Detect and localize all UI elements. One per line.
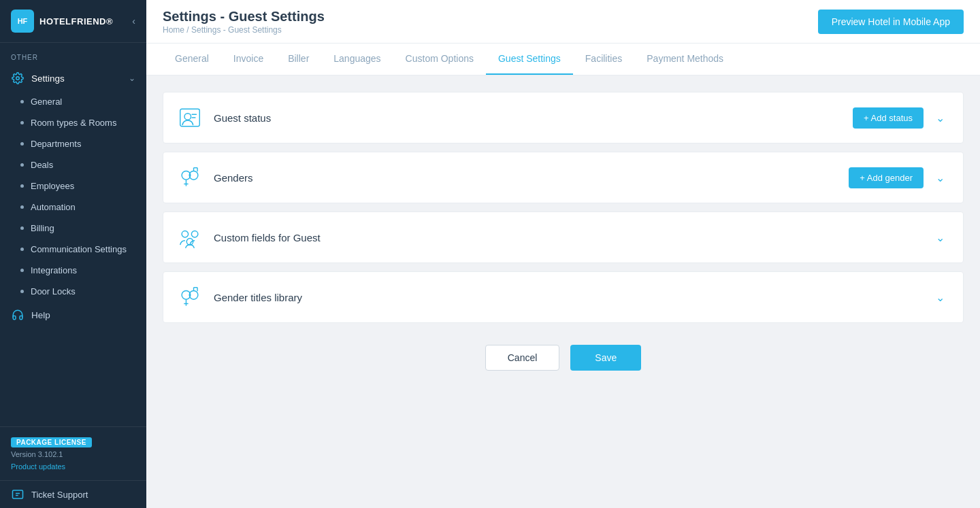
svg-point-0 [16,77,20,80]
logo-text: HOTELFRIEND® [39,16,113,27]
sidebar-billing-label: Billing [31,223,54,233]
gender-titles-header: Gender titles library ⌄ [163,272,963,322]
tab-general[interactable]: General [163,44,221,75]
chevron-down-icon: ⌄ [129,73,135,83]
sidebar-general-label: General [31,97,62,107]
genders-title: Genders [214,172,849,184]
custom-fields-title: Custom fields for Guest [214,232,930,243]
gear-icon [11,71,24,85]
ticket-support-item[interactable]: Ticket Support [0,480,146,508]
save-button[interactable]: Save [570,345,641,371]
sidebar-settings-label: Settings [31,73,129,84]
footer-actions: Cancel Save [163,331,964,384]
custom-fields-actions: ⌄ [930,228,949,247]
version-text: Version 3.102.1 [11,450,135,458]
sidebar-integrations-label: Integrations [31,265,77,275]
gender-icon [177,165,203,190]
guest-status-header: Guest status + Add status ⌄ [163,92,963,143]
sidebar-item-help[interactable]: Help [0,302,146,328]
tabs-bar: General Invoice Biller Languages Custom … [146,44,980,75]
sidebar-item-integrations[interactable]: Integrations [0,260,146,281]
tab-biller[interactable]: Biller [276,44,321,75]
cancel-button[interactable]: Cancel [485,345,560,371]
preview-hotel-button[interactable]: Preview Hotel in Mobile App [818,10,964,34]
sidebar: HF HOTELFRIEND® ‹ OTHER Settings ⌄ Gener… [0,0,146,508]
genders-header: Genders + Add gender ⌄ [163,152,963,203]
sidebar-collapse-icon[interactable]: ‹ [132,16,135,27]
tab-languages[interactable]: Languages [321,44,393,75]
sidebar-item-settings[interactable]: Settings ⌄ [0,65,146,91]
svg-point-3 [184,114,191,120]
sidebar-bottom: PACKAGE LICENSE Version 3.102.1 Product … [0,426,146,480]
add-gender-button[interactable]: + Add gender [849,167,924,188]
ticket-support-label: Ticket Support [31,490,88,500]
genders-chevron[interactable]: ⌄ [930,168,949,187]
gender-titles-title: Gender titles library [214,292,930,303]
logo-icon: HF [11,10,34,33]
sidebar-door-locks-label: Door Locks [31,286,76,297]
guest-status-title: Guest status [214,112,853,124]
tab-invoice[interactable]: Invoice [221,44,276,75]
ticket-icon [11,488,24,501]
package-badge: PACKAGE LICENSE [11,437,92,447]
sidebar-item-room-types[interactable]: Room types & Rooms [0,112,146,133]
sidebar-communication-settings-label: Communication Settings [31,244,127,254]
gender-titles-actions: ⌄ [930,288,949,307]
svg-point-11 [182,231,189,238]
logo-area[interactable]: HF HOTELFRIEND® ‹ [0,0,146,43]
page-title: Settings - Guest Settings [163,9,818,24]
svg-rect-1 [13,490,23,498]
gender-titles-card: Gender titles library ⌄ [163,271,964,323]
svg-point-12 [191,231,198,238]
tab-facilities[interactable]: Facilities [573,44,634,75]
custom-fields-icon [177,224,203,250]
guest-status-card: Guest status + Add status ⌄ [163,92,964,143]
gender-titles-chevron[interactable]: ⌄ [930,288,949,307]
custom-fields-chevron[interactable]: ⌄ [930,228,949,247]
headset-icon [11,308,24,322]
sidebar-item-billing[interactable]: Billing [0,218,146,239]
sidebar-item-employees[interactable]: Employees [0,175,146,197]
product-updates-link[interactable]: Product updates [11,462,65,471]
breadcrumb-current: Settings - Guest Settings [191,25,282,35]
sidebar-item-general[interactable]: General [0,91,146,112]
add-status-button[interactable]: + Add status [853,107,924,129]
sidebar-item-door-locks[interactable]: Door Locks [0,281,146,302]
breadcrumb-home[interactable]: Home [163,25,184,35]
sidebar-item-communication-settings[interactable]: Communication Settings [0,239,146,260]
sidebar-room-types-label: Room types & Rooms [31,118,116,128]
sidebar-departments-label: Departments [31,139,81,149]
genders-actions: + Add gender ⌄ [849,167,949,188]
sidebar-item-automation[interactable]: Automation [0,197,146,218]
sidebar-item-deals[interactable]: Deals [0,154,146,175]
custom-fields-header: Custom fields for Guest ⌄ [163,212,963,263]
tab-guest-settings[interactable]: Guest Settings [486,44,573,75]
main-content: Settings - Guest Settings Home / Setting… [146,0,980,508]
header: Settings - Guest Settings Home / Setting… [146,0,980,44]
sidebar-deals-label: Deals [31,160,53,170]
header-title-area: Settings - Guest Settings Home / Setting… [163,9,818,35]
sidebar-item-departments[interactable]: Departments [0,133,146,154]
sidebar-section-label: OTHER [0,43,146,65]
content-area: Guest status + Add status ⌄ [146,75,980,508]
gender-titles-icon [177,284,203,310]
custom-fields-card: Custom fields for Guest ⌄ [163,211,964,263]
guest-status-chevron[interactable]: ⌄ [930,108,949,127]
guest-status-icon [177,105,203,131]
tab-custom-options[interactable]: Custom Options [393,44,486,75]
guest-status-actions: + Add status ⌄ [853,107,949,129]
genders-card: Genders + Add gender ⌄ [163,152,964,203]
sidebar-help-label: Help [31,310,135,320]
breadcrumb: Home / Settings - Guest Settings [163,25,818,35]
sidebar-employees-label: Employees [31,181,74,191]
tab-payment-methods[interactable]: Payment Methods [634,44,736,75]
sidebar-automation-label: Automation [31,202,76,212]
